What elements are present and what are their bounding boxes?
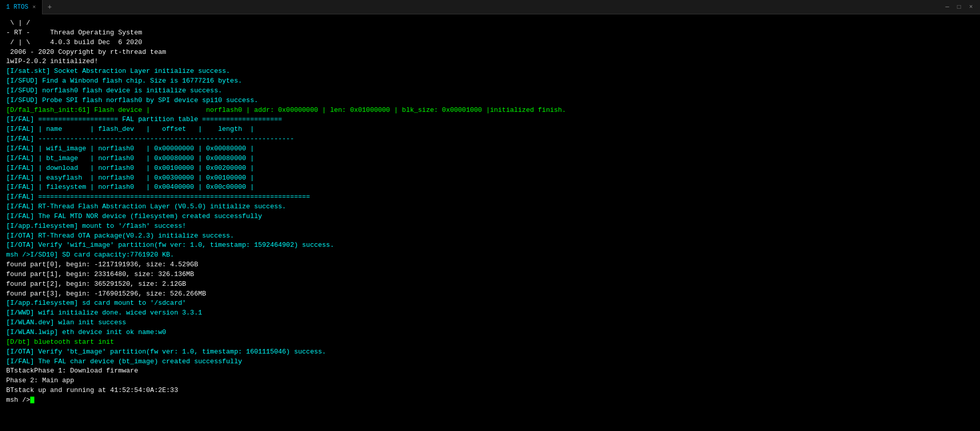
tab-label: 1 RTOS bbox=[6, 4, 28, 11]
new-tab-button[interactable]: + bbox=[43, 3, 57, 11]
terminal-line: [I/FAL] ================================… bbox=[6, 192, 974, 202]
terminal-line: [I/WLAN.dev] wlan init success bbox=[6, 318, 974, 328]
terminal-line: [I/sat.skt] Socket Abstraction Layer ini… bbox=[6, 67, 974, 76]
minimize-button[interactable]: — bbox=[942, 3, 952, 12]
terminal-line: found part[1], begin: 23316480, size: 32… bbox=[6, 270, 974, 280]
maximize-button[interactable]: □ bbox=[954, 3, 964, 12]
terminal-line: found part[3], begin: -1769015296, size:… bbox=[6, 289, 974, 299]
terminal-line: - RT - Thread Operating System bbox=[6, 28, 974, 38]
terminal-line: BTstackPhase 1: Download firmware bbox=[6, 366, 974, 376]
terminal-line: [I/FAL] ==================== FAL partiti… bbox=[6, 115, 974, 125]
terminal-line: [I/FAL] | filesystem | norflash0 | 0x004… bbox=[6, 183, 974, 192]
terminal-line: / | \ 4.0.3 build Dec 6 2020 bbox=[6, 38, 974, 48]
terminal-line: [I/FAL] | easyflash | norflash0 | 0x0030… bbox=[6, 173, 974, 183]
terminal-line: [D/bt] bluetooth start init bbox=[6, 338, 974, 347]
terminal-line: [I/FAL] | download | norflash0 | 0x00100… bbox=[6, 164, 974, 173]
titlebar: 1 RTOS × + — □ × bbox=[0, 0, 980, 14]
terminal-line: \ | / bbox=[6, 18, 974, 28]
terminal-line: [I/FAL] The FAL MTD NOR device (filesyst… bbox=[6, 212, 974, 222]
terminal-tab[interactable]: 1 RTOS × bbox=[0, 0, 43, 14]
terminal-line: [I/OTA] RT-Thread OTA package(V0.2.3) in… bbox=[6, 231, 974, 241]
terminal-output: \ | /- RT - Thread Operating System / | … bbox=[0, 14, 980, 431]
terminal-line: [D/fal_flash_init:61] Flash device | nor… bbox=[6, 106, 974, 115]
terminal-line: [I/FAL] | name | flash_dev | offset | le… bbox=[6, 125, 974, 134]
terminal-line: lwIP-2.0.2 initialized! bbox=[6, 57, 974, 67]
terminal-line: [I/SFUD] Find a Winbond flash chip. Size… bbox=[6, 76, 974, 86]
close-button[interactable]: × bbox=[966, 3, 976, 12]
terminal-line: [I/OTA] Verify 'wifi_image' partition(fw… bbox=[6, 241, 974, 250]
terminal-line: [I/SFUD] norflash0 flash device is initi… bbox=[6, 86, 974, 96]
window-controls: — □ × bbox=[942, 3, 980, 12]
terminal-line: [I/WLAN.lwip] eth device init ok name:w0 bbox=[6, 328, 974, 338]
terminal-line: [I/WWD] wifi initialize done. wiced vers… bbox=[6, 308, 974, 318]
terminal-line: msh />I/SD10] SD card capacity:7761920 K… bbox=[6, 250, 974, 260]
terminal-line: [I/FAL] | wifi_image | norflash0 | 0x000… bbox=[6, 144, 974, 154]
terminal-line: [I/SFUD] Probe SPI flash norflash0 by SP… bbox=[6, 96, 974, 106]
terminal-line: [I/FAL] --------------------------------… bbox=[6, 134, 974, 144]
terminal-line: msh /> bbox=[6, 396, 974, 405]
terminal-line: 2006 - 2020 Copyright by rt-thread team bbox=[6, 48, 974, 57]
terminal-line: [I/FAL] RT-Thread Flash Abstraction Laye… bbox=[6, 202, 974, 212]
terminal-line: [I/FAL] | bt_image | norflash0 | 0x00080… bbox=[6, 154, 974, 164]
terminal-line: found part[2], begin: 365291520, size: 2… bbox=[6, 280, 974, 289]
terminal-line: [I/app.filesystem] mount to '/flash' suc… bbox=[6, 222, 974, 231]
terminal-line: [I/OTA] Verify 'bt_image' partition(fw v… bbox=[6, 347, 974, 357]
cursor bbox=[30, 397, 34, 403]
terminal-line: Phase 2: Main app bbox=[6, 376, 974, 386]
terminal-line: [I/app.filesystem] sd card mount to '/sd… bbox=[6, 299, 974, 308]
terminal-line: found part[0], begin: -1217191936, size:… bbox=[6, 260, 974, 270]
terminal-line: [I/FAL] The FAL char device (bt_image) c… bbox=[6, 357, 974, 367]
terminal-line: BTstack up and running at 41:52:54:0A:2E… bbox=[6, 386, 974, 396]
tab-close-button[interactable]: × bbox=[32, 4, 36, 10]
